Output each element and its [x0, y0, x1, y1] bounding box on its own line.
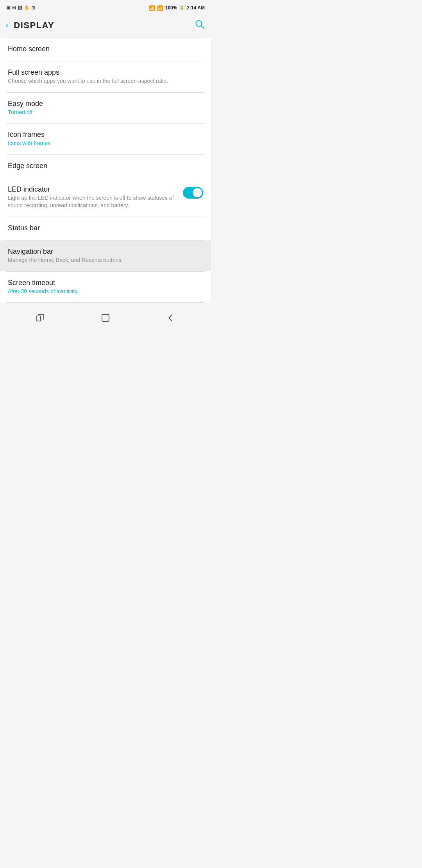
status-right-info: 📶 📶 100% 🔋 2:14 AM: [149, 5, 205, 11]
setting-screen-timeout-subtitle: After 30 seconds of inactivity.: [8, 288, 203, 296]
setting-easy-mode-subtitle: Turned off: [8, 109, 203, 117]
setting-icon-frames-subtitle: Icons with frames: [8, 140, 203, 147]
setting-icon-frames-title: Icon frames: [8, 131, 203, 139]
setting-edge-screen-title: Edge screen: [8, 162, 203, 170]
battery-percent: 100%: [165, 5, 177, 11]
bottom-spacer: [0, 303, 211, 306]
top-bar: ‹ DISPLAY: [0, 15, 211, 38]
setting-led-indicator-title: LED indicator: [8, 185, 175, 194]
bottom-nav: [0, 306, 211, 329]
setting-easy-mode-title: Easy mode: [8, 100, 203, 108]
setting-easy-mode[interactable]: Easy mode Turned off: [0, 93, 211, 124]
status-bar: ▣ M 🖼 ✋ ⊞ 📶 📶 100% 🔋 2:14 AM: [0, 0, 211, 15]
gallery-icon: 🖼: [18, 5, 22, 11]
setting-icon-frames[interactable]: Icon frames Icons with frames: [0, 124, 211, 154]
status-left-icons: ▣ M 🖼 ✋ ⊞: [6, 5, 35, 11]
hand-icon: ✋: [24, 5, 30, 11]
mail-icon: M: [12, 5, 16, 11]
setting-home-screen-title: Home screen: [8, 45, 203, 53]
home-button[interactable]: [89, 309, 122, 327]
led-toggle-container: LED indicator Light up the LED indicator…: [8, 185, 203, 210]
led-indicator-toggle[interactable]: [183, 187, 203, 199]
recents-button[interactable]: [23, 309, 57, 327]
battery-icon: 🔋: [179, 5, 185, 11]
setting-status-bar-title: Status bar: [8, 224, 203, 232]
setting-screen-timeout[interactable]: Screen timeout After 30 seconds of inact…: [0, 272, 211, 303]
setting-screen-timeout-title: Screen timeout: [8, 279, 203, 287]
top-bar-left: ‹ DISPLAY: [3, 19, 54, 32]
page-title: DISPLAY: [14, 20, 54, 30]
setting-full-screen-apps-title: Full screen apps: [8, 68, 203, 77]
setting-navigation-bar-title: Navigation bar: [8, 247, 203, 256]
led-toggle-text: LED indicator Light up the LED indicator…: [8, 185, 183, 210]
setting-navigation-bar-subtitle: Manage the Home, Back, and Recents butto…: [8, 256, 203, 264]
divider-9: [6, 302, 205, 303]
wifi-icon: 📶: [149, 5, 155, 11]
toggle-knob: [193, 188, 202, 197]
svg-line-1: [201, 26, 204, 29]
setting-navigation-bar[interactable]: Navigation bar Manage the Home, Back, an…: [0, 240, 211, 271]
signal-icon: 📶: [157, 5, 163, 11]
setting-full-screen-apps[interactable]: Full screen apps Choose which apps you w…: [0, 61, 211, 92]
setting-status-bar[interactable]: Status bar: [0, 217, 211, 240]
time: 2:14 AM: [187, 5, 205, 11]
setting-full-screen-apps-subtitle: Choose which apps you want to use in the…: [8, 77, 203, 85]
svg-rect-2: [37, 316, 41, 321]
setting-led-indicator-subtitle: Light up the LED indicator when the scre…: [8, 194, 175, 210]
setting-home-screen[interactable]: Home screen: [0, 38, 211, 61]
setting-edge-screen[interactable]: Edge screen: [0, 155, 211, 178]
svg-rect-5: [102, 314, 109, 321]
back-button-nav[interactable]: [154, 309, 188, 327]
battery-square-icon: ▣: [6, 5, 11, 11]
search-button[interactable]: [195, 19, 205, 32]
setting-led-indicator[interactable]: LED indicator Light up the LED indicator…: [0, 178, 211, 217]
back-button[interactable]: ‹: [3, 19, 11, 32]
settings-list: Home screen Full screen apps Choose whic…: [0, 38, 211, 303]
grid-icon: ⊞: [31, 5, 35, 11]
